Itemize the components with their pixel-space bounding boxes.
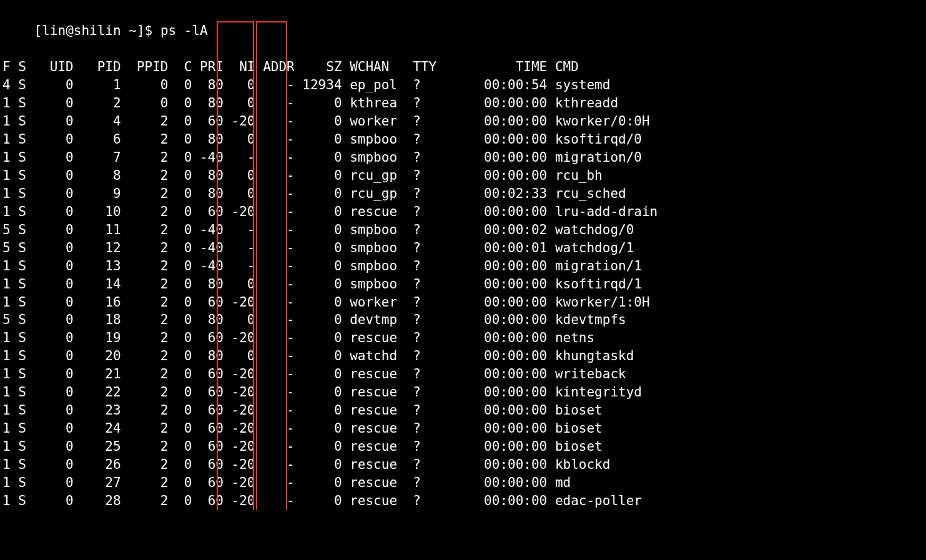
cell-cmd: kdevtmpfs bbox=[555, 311, 626, 329]
cell-sz: 0 bbox=[295, 221, 342, 239]
col-spacer bbox=[405, 438, 413, 456]
cell-uid: 0 bbox=[26, 347, 74, 365]
cell-c: 0 bbox=[168, 76, 192, 94]
cell-c: 0 bbox=[168, 329, 192, 347]
col-spacer bbox=[11, 275, 19, 293]
cell-ni: - bbox=[224, 149, 255, 167]
cell-sz: 0 bbox=[295, 203, 342, 221]
cell-f: 1 bbox=[2, 365, 11, 383]
cell-c: 0 bbox=[168, 347, 192, 365]
cell-addr: - bbox=[255, 329, 295, 347]
col-spacer bbox=[547, 203, 555, 221]
cell-f: 1 bbox=[2, 474, 11, 492]
col-spacer bbox=[342, 474, 350, 492]
cell-pri: 60 bbox=[192, 112, 224, 130]
col-spacer bbox=[11, 456, 19, 474]
cell-time: 00:00:00 bbox=[484, 167, 547, 185]
cell-uid: 0 bbox=[26, 149, 74, 167]
cell-ni: - bbox=[224, 257, 255, 275]
cell-tty: ? bbox=[413, 311, 484, 329]
col-spacer bbox=[547, 185, 555, 203]
cell-pri: 60 bbox=[192, 365, 224, 383]
cell-wchan: rescue bbox=[350, 456, 405, 474]
cell-addr: - bbox=[255, 365, 295, 383]
cell-wchan: smpboo bbox=[350, 257, 405, 275]
cell-s: S bbox=[18, 149, 26, 167]
cell-pid: 21 bbox=[74, 365, 121, 383]
col-spacer bbox=[405, 130, 413, 149]
col-spacer bbox=[547, 383, 555, 401]
cell-tty: ? bbox=[413, 94, 484, 112]
cell-ppid: 0 bbox=[121, 94, 169, 112]
process-row: 1 S0232060-20-0 rescue ?00:00:00 bioset bbox=[2, 401, 924, 420]
col-header-pid: PID bbox=[74, 58, 121, 76]
cell-c: 0 bbox=[168, 383, 192, 401]
col-spacer bbox=[342, 58, 350, 76]
col-spacer bbox=[405, 275, 413, 293]
cell-pri: 60 bbox=[192, 383, 224, 401]
cell-tty: ? bbox=[413, 167, 484, 185]
col-spacer bbox=[342, 383, 350, 401]
cell-ppid: 2 bbox=[121, 293, 169, 312]
col-spacer bbox=[342, 257, 350, 275]
cell-time: 00:00:00 bbox=[484, 365, 547, 383]
cell-pid: 7 bbox=[74, 149, 121, 167]
cell-c: 0 bbox=[168, 167, 192, 185]
col-spacer bbox=[547, 167, 555, 185]
col-spacer bbox=[405, 311, 413, 329]
col-spacer bbox=[405, 383, 413, 401]
cell-ppid: 2 bbox=[121, 257, 169, 275]
cell-uid: 0 bbox=[26, 293, 74, 312]
cell-f: 1 bbox=[2, 383, 11, 401]
cell-pid: 12 bbox=[74, 239, 121, 257]
cell-uid: 0 bbox=[26, 239, 74, 257]
cell-cmd: ksoftirqd/0 bbox=[555, 130, 642, 149]
process-row: 1 S0920800-0 rcu_gp ?00:02:33 rcu_sched bbox=[2, 185, 924, 203]
cell-ni: -20 bbox=[224, 420, 255, 438]
cell-ni: 0 bbox=[224, 275, 255, 293]
cell-ni: 0 bbox=[224, 94, 255, 112]
process-row: 1 S0820800-0 rcu_gp ?00:00:00 rcu_bh bbox=[2, 167, 924, 185]
terminal-output[interactable]: [lin@shilin ~]$ ps -lA F SUIDPIDPPIDCPRI… bbox=[0, 0, 926, 510]
cell-ni: 0 bbox=[224, 185, 255, 203]
cell-c: 0 bbox=[168, 130, 192, 149]
cell-c: 0 bbox=[168, 221, 192, 239]
col-spacer bbox=[11, 492, 19, 510]
cell-sz: 0 bbox=[295, 347, 342, 365]
cell-addr: - bbox=[255, 456, 295, 474]
cell-ppid: 2 bbox=[121, 149, 169, 167]
cell-s: S bbox=[18, 311, 26, 329]
cell-pri: 60 bbox=[192, 474, 224, 492]
cell-wchan: smpboo bbox=[350, 149, 405, 167]
cell-c: 0 bbox=[168, 149, 192, 167]
cell-f: 1 bbox=[2, 257, 11, 275]
cell-sz: 0 bbox=[295, 438, 342, 456]
cell-c: 0 bbox=[168, 492, 192, 510]
cell-addr: - bbox=[255, 112, 295, 130]
cell-f: 1 bbox=[2, 203, 11, 221]
col-spacer bbox=[547, 438, 555, 456]
cell-tty: ? bbox=[413, 221, 484, 239]
cell-addr: - bbox=[255, 185, 295, 203]
col-spacer bbox=[547, 401, 555, 420]
cell-pid: 4 bbox=[74, 112, 121, 130]
cell-pri: 80 bbox=[192, 76, 224, 94]
cell-sz: 0 bbox=[295, 401, 342, 420]
cell-ni: 0 bbox=[224, 76, 255, 94]
cell-f: 1 bbox=[2, 130, 11, 149]
cell-sz: 0 bbox=[295, 275, 342, 293]
process-row: 1 S02020800-0 watchd ?00:00:00 khungtask… bbox=[2, 347, 924, 365]
process-row: 4 S0100800-12934 ep_pol ?00:00:54 system… bbox=[2, 76, 924, 94]
cell-wchan: rcu_gp bbox=[350, 167, 405, 185]
cell-tty: ? bbox=[413, 401, 484, 420]
cell-tty: ? bbox=[413, 76, 484, 94]
cell-s: S bbox=[18, 383, 26, 401]
cell-tty: ? bbox=[413, 492, 484, 510]
col-header-wchan: WCHAN bbox=[350, 58, 405, 76]
cell-sz: 0 bbox=[295, 257, 342, 275]
cell-uid: 0 bbox=[26, 456, 74, 474]
cell-ni: -20 bbox=[224, 401, 255, 420]
process-row: 1 S01420800-0 smpboo ?00:00:00 ksoftirqd… bbox=[2, 275, 924, 293]
cell-sz: 0 bbox=[295, 365, 342, 383]
cell-uid: 0 bbox=[26, 203, 74, 221]
